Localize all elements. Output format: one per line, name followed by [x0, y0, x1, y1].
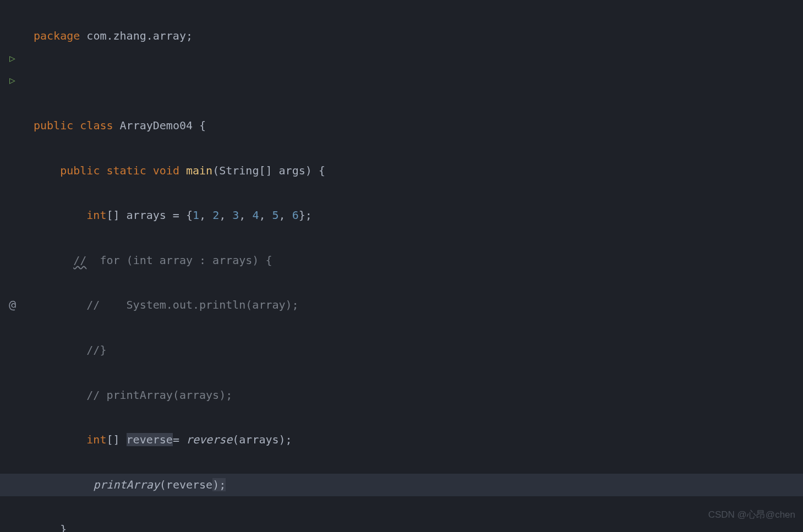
gutter-row — [0, 137, 25, 160]
method-name: main — [186, 164, 212, 177]
number: 3 — [232, 209, 239, 222]
number: 1 — [193, 209, 199, 222]
gutter-row — [0, 227, 25, 249]
gutter: ▷ ▷ @ — [0, 0, 25, 532]
code-line — [34, 69, 803, 92]
package-path: com.zhang.array; — [80, 29, 193, 42]
gutter-row — [0, 114, 25, 137]
code-area[interactable]: package com.zhang.array; public class Ar… — [25, 0, 803, 532]
close: ); — [212, 478, 226, 491]
number: 2 — [212, 209, 219, 222]
method-call: printArray — [93, 478, 159, 491]
number: 5 — [272, 209, 279, 222]
override-icon[interactable]: @ — [0, 294, 25, 316]
keyword: void — [153, 164, 179, 177]
keyword: class — [80, 119, 113, 132]
comment: for (int array : arrays) { — [86, 254, 272, 267]
keyword: static — [106, 164, 146, 177]
brace: } — [60, 523, 67, 532]
keyword: package — [34, 29, 80, 42]
args: (arrays); — [232, 433, 292, 446]
gutter-row — [0, 204, 25, 227]
gutter-row — [0, 2, 25, 25]
code-line: int[] arrays = {1, 2, 3, 4, 5, 6}; — [34, 204, 803, 227]
code-line: package com.zhang.array; — [34, 25, 803, 47]
gutter-row — [0, 160, 25, 182]
number: 6 — [292, 209, 299, 222]
brackets: [] — [106, 433, 126, 446]
code-line: int[] reverse= reverse(arrays); — [34, 429, 803, 451]
brace: { — [199, 119, 206, 132]
comment: // System.out.println(array); — [86, 298, 298, 311]
watermark: CSDN @心昂@chen — [708, 504, 795, 526]
code-line-highlighted: printArray(reverse); — [0, 474, 803, 496]
gutter-row — [0, 249, 25, 272]
run-icon[interactable]: ▷ — [0, 69, 25, 92]
type: int — [86, 433, 106, 446]
gutter-row — [0, 25, 25, 47]
class-name: ArrayDemo04 — [113, 119, 200, 132]
gutter-row — [0, 182, 25, 204]
comment: // — [73, 254, 86, 267]
keyword: public — [34, 119, 73, 132]
gutter-row — [0, 272, 25, 294]
code-line: } — [34, 518, 803, 532]
method-call: reverse — [186, 433, 232, 446]
gutter-row — [0, 92, 25, 114]
code-line: public class ArrayDemo04 { — [34, 114, 803, 137]
variable: reverse — [127, 433, 173, 446]
args: (reverse — [160, 478, 212, 491]
comment: //} — [86, 343, 106, 357]
type: int — [86, 209, 106, 222]
code-line: public static void main(String[] args) { — [34, 160, 803, 182]
keyword: public — [60, 164, 100, 177]
code-line: //} — [34, 339, 803, 361]
brackets: [] — [106, 209, 126, 222]
params: (String[] args) { — [212, 164, 325, 177]
comment: // printArray(arrays); — [86, 388, 232, 402]
code-line: // printArray(arrays); — [34, 384, 803, 407]
code-editor[interactable]: ▷ ▷ @ package com.zhang.array; public cl… — [0, 0, 803, 532]
run-icon[interactable]: ▷ — [0, 47, 25, 70]
code-line: // for (int array : arrays) { — [34, 249, 803, 272]
eq: = — [173, 433, 186, 446]
number: 4 — [252, 209, 259, 222]
variable: arrays = { — [127, 209, 193, 222]
code-line: // System.out.println(array); — [34, 294, 803, 316]
end: }; — [299, 209, 312, 222]
